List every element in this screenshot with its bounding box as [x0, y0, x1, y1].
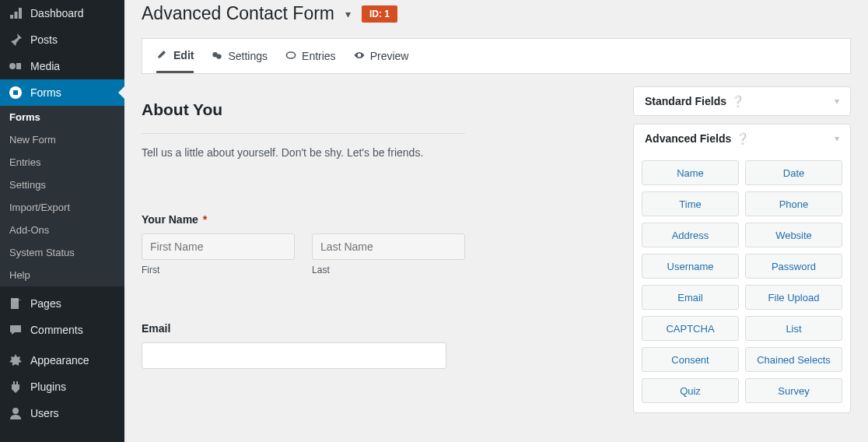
- field-website[interactable]: Website: [745, 223, 842, 247]
- sidebar-item-posts[interactable]: Posts: [0, 26, 124, 53]
- submenu-item-addons[interactable]: Add-Ons: [0, 219, 124, 241]
- standard-fields-header[interactable]: Standard Fields ❔ ▾: [634, 87, 850, 115]
- sidebar-item-comments[interactable]: Comments: [0, 317, 124, 343]
- last-name-input[interactable]: [312, 233, 465, 260]
- admin-sidebar: Dashboard Posts Media Forms Forms New Fo…: [0, 0, 124, 442]
- submenu-item-systemstatus[interactable]: System Status: [0, 241, 124, 264]
- sidebar-item-appearance[interactable]: Appearance: [0, 347, 124, 374]
- tab-entries[interactable]: Entries: [285, 39, 336, 73]
- section-description: Tell us a little about yourself. Don't b…: [142, 146, 618, 159]
- email-input[interactable]: [142, 342, 446, 369]
- submenu-item-settings[interactable]: Settings: [0, 174, 124, 196]
- appearance-icon: [8, 353, 23, 368]
- tabs-bar: Edit Settings Entries Preview: [142, 38, 851, 74]
- field-password[interactable]: Password: [745, 254, 842, 279]
- sidebar-item-dashboard[interactable]: Dashboard: [0, 0, 124, 26]
- svg-point-0: [9, 63, 16, 69]
- plugins-icon: [8, 379, 23, 395]
- sidebar-label: Appearance: [30, 354, 89, 367]
- media-icon: [8, 58, 23, 74]
- comments-icon: [8, 322, 23, 338]
- standard-fields-panel: Standard Fields ❔ ▾: [633, 86, 851, 116]
- field-captcha[interactable]: CAPTCHA: [642, 316, 739, 341]
- sidebar-item-pages[interactable]: Pages: [0, 290, 124, 317]
- fields-sidebar: Standard Fields ❔ ▾ Advanced Fields ❔ ▾ …: [633, 86, 851, 413]
- sidebar-item-users[interactable]: Users: [0, 400, 124, 426]
- sidebar-item-forms[interactable]: Forms: [0, 79, 124, 106]
- chevron-down-icon[interactable]: ▾: [345, 8, 351, 20]
- chevron-down-icon[interactable]: ▾: [835, 96, 839, 107]
- last-sub-label: Last: [312, 265, 465, 275]
- svg-point-8: [286, 52, 295, 58]
- first-name-col: First: [142, 233, 295, 275]
- tab-settings[interactable]: Settings: [211, 39, 268, 73]
- submenu-item-entries[interactable]: Entries: [0, 151, 124, 174]
- label-text: Your Name: [142, 213, 198, 226]
- sidebar-item-media[interactable]: Media: [0, 53, 124, 79]
- submenu-item-newform[interactable]: New Form: [0, 128, 124, 151]
- tab-preview[interactable]: Preview: [353, 39, 409, 73]
- divider: [142, 133, 465, 134]
- tab-label: Entries: [302, 50, 336, 62]
- field-email[interactable]: Email: [642, 285, 739, 310]
- sidebar-label: Plugins: [30, 381, 66, 393]
- svg-rect-4: [13, 300, 21, 300]
- field-list[interactable]: List: [745, 316, 842, 341]
- sidebar-label: Posts: [30, 33, 58, 46]
- sidebar-item-plugins[interactable]: Plugins: [0, 374, 124, 400]
- field-name[interactable]: Name: [642, 160, 739, 185]
- submenu-item-forms[interactable]: Forms: [0, 106, 124, 128]
- field-phone[interactable]: Phone: [745, 191, 842, 216]
- panel-title: Standard Fields ❔: [645, 95, 744, 107]
- gear-icon: [211, 49, 223, 64]
- submenu-item-help[interactable]: Help: [0, 264, 124, 286]
- sidebar-label: Comments: [30, 324, 83, 336]
- field-date[interactable]: Date: [745, 160, 842, 185]
- submenu-item-importexport[interactable]: Import/Export: [0, 196, 124, 219]
- field-consent[interactable]: Consent: [642, 347, 739, 372]
- field-fileupload[interactable]: File Upload: [745, 285, 842, 310]
- last-name-col: Last: [312, 233, 465, 275]
- field-address[interactable]: Address: [642, 223, 739, 247]
- main-content: Advanced Contact Form ▾ ID: 1 Edit Setti…: [124, 0, 868, 442]
- eye-icon: [353, 49, 366, 64]
- sidebar-label: Pages: [30, 297, 61, 310]
- sidebar-label: Users: [30, 407, 59, 419]
- panel-title: Advanced Fields ❔: [645, 132, 749, 145]
- help-icon[interactable]: ❔: [731, 95, 744, 107]
- sidebar-label: Media: [30, 60, 60, 72]
- section-title: About You: [142, 100, 618, 119]
- first-sub-label: First: [142, 265, 295, 275]
- field-quiz[interactable]: Quiz: [642, 378, 739, 403]
- field-survey[interactable]: Survey: [745, 378, 842, 403]
- svg-point-7: [217, 54, 222, 58]
- pages-icon: [8, 296, 23, 311]
- field-time[interactable]: Time: [642, 191, 739, 216]
- tab-label: Preview: [370, 50, 409, 62]
- advanced-fields-header[interactable]: Advanced Fields ❔ ▾: [634, 125, 850, 153]
- email-field-label: Email: [142, 322, 618, 335]
- forms-icon: [8, 85, 23, 100]
- id-badge: ID: 1: [362, 5, 397, 23]
- required-mark: *: [203, 213, 207, 226]
- field-username[interactable]: Username: [642, 254, 739, 279]
- name-row: First Last: [142, 233, 465, 275]
- dashboard-icon: [8, 5, 23, 21]
- edit-icon: [156, 47, 169, 62]
- panel-title-text: Standard Fields: [645, 95, 726, 107]
- form-preview: About You Tell us a little about yoursel…: [142, 75, 618, 380]
- advanced-fields-panel: Advanced Fields ❔ ▾ Name Date Time Phone…: [633, 124, 851, 413]
- svg-rect-2: [13, 90, 18, 95]
- tab-label: Edit: [173, 49, 194, 61]
- users-icon: [8, 405, 23, 421]
- field-chainedselects[interactable]: Chained Selects: [745, 347, 842, 372]
- help-icon[interactable]: ❔: [736, 132, 749, 145]
- sidebar-label: Dashboard: [30, 7, 84, 19]
- sidebar-label: Forms: [30, 86, 61, 99]
- tab-edit[interactable]: Edit: [156, 39, 194, 73]
- first-name-input[interactable]: [142, 233, 295, 260]
- svg-point-5: [12, 408, 19, 414]
- chevron-down-icon[interactable]: ▾: [835, 133, 839, 144]
- page-header: Advanced Contact Form ▾ ID: 1: [142, 0, 851, 38]
- panel-title-text: Advanced Fields: [645, 132, 731, 145]
